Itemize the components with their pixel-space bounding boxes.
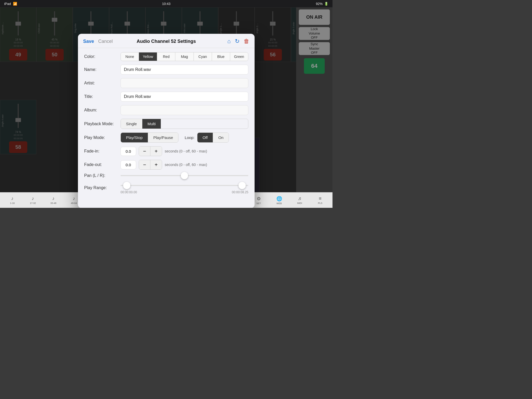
title-row: Title: <box>84 92 248 102</box>
play-mode-label: Play Mode: <box>84 135 121 140</box>
fade-in-input[interactable] <box>121 147 136 156</box>
home-icon[interactable]: ⌂ <box>227 38 231 45</box>
tab-settings-icon: ⚙ <box>257 196 261 202</box>
pan-slider-track[interactable] <box>121 175 248 176</box>
modal-right-actions: ⌂ ↻ 🗑 <box>227 38 249 45</box>
play-mode-row: Play Mode: Play/Stop Play/Pause Loop: Of… <box>84 132 248 143</box>
color-green[interactable]: Green <box>230 52 248 61</box>
fade-in-hint: seconds (0 - off, 60 - max) <box>165 149 207 153</box>
tab-audio-17-32[interactable]: ♪ 17-32 <box>23 196 43 204</box>
modal-body: Color: None Yellow Red Mag Cyan Blue Gre… <box>78 48 255 202</box>
fade-in-controls: − + seconds (0 - off, 60 - max) <box>121 146 248 156</box>
fade-out-row: Fade-out: − + seconds (0 - off, 60 - max… <box>84 160 248 170</box>
color-mag[interactable]: Mag <box>175 52 194 61</box>
playback-mode-label: Playback Mode: <box>84 122 121 126</box>
loop-toggle-group: Off On <box>197 132 229 143</box>
loop-group: Loop: Off On <box>185 132 229 143</box>
pan-slider-row <box>121 175 248 176</box>
refresh-icon[interactable]: ↻ <box>235 38 240 45</box>
artist-row: Artist: <box>84 78 248 88</box>
color-blue[interactable]: Blue <box>212 52 230 61</box>
play-range-label: Play Range: <box>84 185 121 190</box>
tab-audio-33-48[interactable]: ♪ 33-48 <box>43 196 64 204</box>
name-row: Name: <box>84 65 248 75</box>
color-options-group: None Yellow Red Mag Cyan Blue Green <box>121 52 248 61</box>
playback-multi-button[interactable]: Multi <box>142 119 161 129</box>
tab-audio-1-16-icon: ♪ <box>11 196 14 201</box>
fade-out-input[interactable] <box>121 160 136 169</box>
fade-in-decrement[interactable]: − <box>139 147 150 156</box>
tab-audio-49-64-icon: ♪ <box>73 196 75 201</box>
play-range-left-thumb[interactable] <box>123 182 130 189</box>
tab-audio-17-32-icon: ♪ <box>32 196 34 201</box>
color-row: Color: None Yellow Red Mag Cyan Blue Gre… <box>84 52 248 61</box>
play-range-end-label: 00:00:08.25 <box>232 190 248 194</box>
trash-icon[interactable]: 🗑 <box>244 38 249 45</box>
fade-out-hint: seconds (0 - off, 60 - max) <box>165 163 207 167</box>
title-label: Title: <box>84 94 121 99</box>
fade-out-stepper: − + <box>139 160 162 170</box>
cancel-button[interactable]: Cancel <box>98 39 113 44</box>
loop-label: Loop: <box>185 135 195 140</box>
play-range-right-thumb[interactable] <box>238 182 246 189</box>
color-none[interactable]: None <box>121 52 139 61</box>
fade-in-stepper: − + <box>139 146 162 156</box>
tab-web-icon: 🌐 <box>276 196 282 202</box>
fade-out-controls: − + seconds (0 - off, 60 - max) <box>121 160 248 170</box>
battery-label: 92% <box>316 2 323 6</box>
fade-out-increment[interactable]: + <box>150 160 162 169</box>
fade-in-increment[interactable]: + <box>150 147 162 156</box>
play-range-track[interactable] <box>121 185 248 186</box>
playback-single-button[interactable]: Single <box>121 119 142 129</box>
fade-in-row: Fade-in: − + seconds (0 - off, 60 - max) <box>84 146 248 156</box>
play-mode-group: Play/Stop Play/Pause <box>121 132 178 143</box>
album-input[interactable] <box>121 105 248 115</box>
modal-title: Audio Channel 52 Settings <box>137 39 196 44</box>
device-label: iPad <box>4 2 11 6</box>
pan-label: Pan (L / R): <box>84 173 121 178</box>
tab-audio-1-16[interactable]: ♪ 1-16 <box>2 196 23 204</box>
pan-row: Pan (L / R): <box>84 173 248 178</box>
tab-midi-icon: ♬ <box>298 196 302 201</box>
loop-on-button[interactable]: On <box>213 133 229 142</box>
tab-pls-icon: ≡ <box>319 196 322 201</box>
status-bar: iPad 📶 10:43 92% 🔋 <box>0 0 332 7</box>
playback-mode-group: Single Multi <box>121 119 248 129</box>
color-yellow[interactable]: Yellow <box>139 52 157 61</box>
name-input[interactable] <box>121 65 248 75</box>
pan-slider-thumb[interactable] <box>181 172 188 179</box>
play-stop-button[interactable]: Play/Stop <box>121 133 148 142</box>
play-mode-controls: Play/Stop Play/Pause Loop: Off On <box>121 132 248 143</box>
playback-mode-row: Playback Mode: Single Multi <box>84 119 248 129</box>
tab-pls[interactable]: ≡ PLS <box>310 196 330 204</box>
play-range-track-container <box>121 182 248 189</box>
tab-audio-33-48-icon: ♪ <box>52 196 55 201</box>
color-cyan[interactable]: Cyan <box>194 52 212 61</box>
fade-out-label: Fade-out: <box>84 162 121 167</box>
artist-label: Artist: <box>84 81 121 85</box>
modal-left-actions: Save Cancel <box>83 39 113 44</box>
artist-input[interactable] <box>121 78 248 88</box>
save-button[interactable]: Save <box>83 39 94 44</box>
time-display: 10:43 <box>162 2 171 6</box>
modal-header: Save Cancel Audio Channel 52 Settings ⌂ … <box>78 34 255 48</box>
name-label: Name: <box>84 67 121 72</box>
audio-channel-settings-modal: Save Cancel Audio Channel 52 Settings ⌂ … <box>78 34 255 208</box>
play-range-start-label: 00:00:00.00 <box>121 190 137 194</box>
battery-icon: 🔋 <box>324 2 328 6</box>
loop-off-button[interactable]: Off <box>197 133 213 142</box>
color-label: Color: <box>84 54 121 59</box>
title-input[interactable] <box>121 92 248 102</box>
tab-web[interactable]: 🌐 WEB <box>269 196 289 205</box>
album-row: Album: <box>84 105 248 115</box>
wifi-icon: 📶 <box>13 2 17 6</box>
fade-in-label: Fade-in: <box>84 149 121 154</box>
play-pause-button[interactable]: Play/Pause <box>148 133 178 142</box>
play-range-row: Play Range: 00:00:00.00 00:00:08.25 <box>84 182 248 194</box>
tab-midi[interactable]: ♬ MIDI <box>289 196 310 204</box>
color-red[interactable]: Red <box>157 52 175 61</box>
color-picker: None Yellow Red Mag Cyan Blue Green <box>121 52 248 61</box>
fade-out-decrement[interactable]: − <box>139 160 150 169</box>
album-label: Album: <box>84 108 121 112</box>
play-range-labels: 00:00:00.00 00:00:08.25 <box>121 190 248 194</box>
